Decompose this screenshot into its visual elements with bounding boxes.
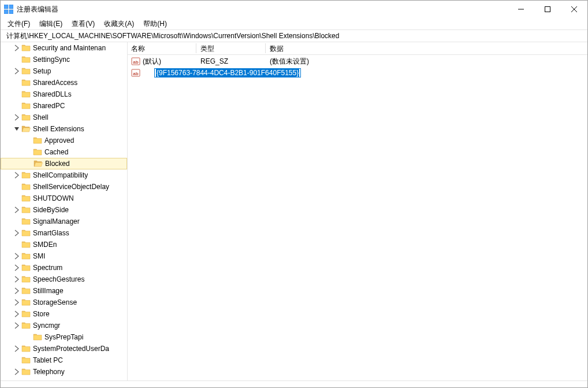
- tree-item[interactable]: SignalManager: [1, 216, 127, 227]
- string-value-icon: [131, 57, 140, 66]
- tree-item[interactable]: SharedDLLs: [1, 88, 127, 100]
- tree-item[interactable]: SMDEn: [1, 239, 127, 250]
- tree-item[interactable]: Store: [1, 308, 127, 320]
- folder-icon: [21, 113, 31, 122]
- tree-item[interactable]: StillImage: [1, 285, 127, 297]
- minimize-button[interactable]: [508, 1, 534, 18]
- tree-item[interactable]: ShellServiceObjectDelay: [1, 181, 127, 193]
- value-name-edit-text: {9F156763-7844-4DC4-B2B1-901F640F5155}: [156, 69, 299, 77]
- tree-item[interactable]: Security and Maintenan: [1, 42, 127, 54]
- tree-item-blocked[interactable]: Blocked: [1, 158, 127, 169]
- tree-label: StillImage: [33, 287, 64, 295]
- chevron-right-icon[interactable]: [12, 228, 21, 238]
- tree-item[interactable]: SHUTDOWN: [1, 193, 127, 204]
- tree-label: SharedAccess: [33, 79, 77, 87]
- chevron-right-icon[interactable]: [12, 171, 21, 180]
- folder-open-icon: [21, 124, 31, 134]
- tree-item[interactable]: SharedAccess: [1, 77, 127, 88]
- folder-icon: [21, 228, 31, 238]
- tree-label: Tablet PC: [33, 356, 63, 364]
- values-header: 名称 类型 数据: [128, 42, 587, 55]
- folder-icon: [21, 367, 31, 376]
- menu-favorites[interactable]: 收藏夹(A): [99, 18, 139, 30]
- menu-view[interactable]: 查看(V): [67, 18, 99, 30]
- maximize-button[interactable]: [534, 1, 561, 18]
- tree-item[interactable]: Cached: [1, 146, 127, 158]
- tree-label: SignalManager: [33, 217, 80, 226]
- tree-item[interactable]: SideBySide: [1, 204, 127, 216]
- tree-item[interactable]: StorageSense: [1, 297, 127, 308]
- chevron-right-icon[interactable]: [12, 263, 21, 272]
- chevron-right-icon[interactable]: [12, 66, 21, 76]
- tree-item[interactable]: SmartGlass: [1, 227, 127, 239]
- folder-icon: [21, 66, 31, 76]
- tree-label: ShellServiceObjectDelay: [33, 183, 109, 191]
- value-name: (默认): [143, 57, 161, 66]
- tree-item[interactable]: SysPrepTapi: [1, 331, 127, 343]
- main-area: Security and Maintenan SettingSync Setup…: [1, 42, 587, 380]
- tree-item[interactable]: Shell: [1, 112, 127, 123]
- chevron-right-icon[interactable]: [12, 252, 21, 261]
- folder-icon: [21, 90, 31, 99]
- folder-icon: [21, 252, 31, 261]
- chevron-right-icon[interactable]: [12, 298, 21, 307]
- value-type: REG_SZ: [197, 56, 266, 67]
- value-data: (数值未设置): [266, 56, 587, 67]
- folder-icon: [33, 332, 42, 342]
- tree-item[interactable]: SMI: [1, 250, 127, 262]
- menu-help[interactable]: 帮助(H): [139, 18, 172, 30]
- folder-icon: [21, 171, 31, 180]
- tree-item[interactable]: SystemProtectedUserDa: [1, 343, 127, 354]
- folder-icon: [21, 356, 31, 365]
- tree-label: SmartGlass: [33, 229, 69, 237]
- tree-item[interactable]: Syncmgr: [1, 320, 127, 331]
- statusbar: [1, 380, 587, 387]
- chevron-right-icon[interactable]: [12, 286, 21, 295]
- column-header-name[interactable]: 名称: [128, 42, 197, 54]
- chevron-right-icon[interactable]: [12, 309, 21, 319]
- tree-item[interactable]: SharedPC: [1, 100, 127, 112]
- tree-item[interactable]: Setup: [1, 65, 127, 77]
- tree-label: Store: [33, 310, 50, 318]
- chevron-right-icon[interactable]: [12, 205, 21, 215]
- folder-icon: [21, 43, 31, 53]
- tree-label: Shell: [33, 113, 49, 121]
- chevron-right-icon[interactable]: [12, 321, 21, 330]
- tree-item[interactable]: Telephony: [1, 366, 127, 378]
- value-row-editing[interactable]: {9F156763-7844-4DC4-B2B1-901F640F5155}: [128, 67, 587, 79]
- tree-item[interactable]: Tablet PC: [1, 354, 127, 366]
- close-button[interactable]: [561, 1, 587, 18]
- folder-icon: [33, 147, 42, 157]
- tree-pane[interactable]: Security and Maintenan SettingSync Setup…: [1, 42, 128, 380]
- chevron-right-icon[interactable]: [12, 344, 21, 353]
- tree-label: SMDEn: [33, 241, 57, 249]
- chevron-right-icon[interactable]: [12, 113, 21, 122]
- menu-edit[interactable]: 编辑(E): [35, 18, 67, 30]
- tree-label: SideBySide: [33, 206, 69, 214]
- folder-icon: [21, 194, 31, 203]
- column-header-data[interactable]: 数据: [266, 42, 587, 54]
- chevron-right-icon[interactable]: [12, 43, 21, 53]
- chevron-right-icon[interactable]: [12, 275, 21, 284]
- address-bar: [1, 29, 587, 42]
- value-name-edit-input[interactable]: {9F156763-7844-4DC4-B2B1-901F640F5155}: [154, 68, 301, 77]
- tree-item[interactable]: Spectrum: [1, 262, 127, 274]
- tree-item[interactable]: SettingSync: [1, 54, 127, 65]
- tree-item-shell-extensions[interactable]: Shell Extensions: [1, 123, 127, 135]
- folder-icon: [21, 182, 31, 191]
- chevron-right-icon[interactable]: [12, 367, 21, 376]
- values-pane: 名称 类型 数据 (默认) REG_SZ (数值未设置) {9F15676: [128, 42, 587, 380]
- folder-icon: [21, 217, 31, 226]
- tree-item[interactable]: SpeechGestures: [1, 274, 127, 285]
- tree-label: SharedDLLs: [33, 90, 72, 98]
- tree-label: SHUTDOWN: [33, 194, 74, 202]
- menu-file[interactable]: 文件(F): [3, 18, 35, 30]
- value-row-default[interactable]: (默认) REG_SZ (数值未设置): [128, 56, 587, 67]
- folder-icon: [21, 78, 31, 87]
- tree-item[interactable]: Approved: [1, 135, 127, 146]
- chevron-down-icon[interactable]: [12, 124, 21, 134]
- tree-item[interactable]: ShellCompatibility: [1, 169, 127, 181]
- address-input[interactable]: [5, 31, 583, 40]
- column-header-type[interactable]: 类型: [197, 42, 266, 54]
- values-list[interactable]: (默认) REG_SZ (数值未设置) {9F156763-7844-4DC4-…: [128, 55, 587, 380]
